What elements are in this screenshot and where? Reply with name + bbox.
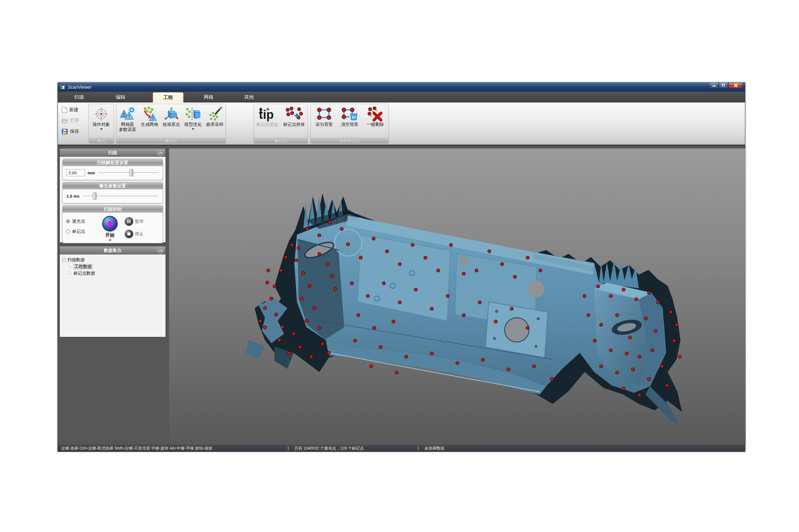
minimize-button[interactable] (709, 83, 719, 89)
delete-all-button[interactable]: 一键删除 (362, 105, 388, 137)
group-label-background: 背景标记点 (311, 137, 388, 144)
maximize-button[interactable] (719, 83, 728, 89)
marker-stitch-icon (285, 107, 303, 121)
start-dropdown-arrow-icon[interactable] (109, 240, 111, 241)
close-icon (734, 84, 737, 87)
tab-project[interactable]: 工程 (153, 92, 183, 102)
scan-control-title: 扫描控制 (62, 206, 163, 213)
set-background-icon (316, 107, 332, 121)
status-separator: | (288, 446, 289, 450)
open-folder-icon (62, 118, 68, 124)
tree-elbow-icon (68, 270, 72, 274)
close-button[interactable] (728, 83, 742, 89)
slider-thumb[interactable] (129, 169, 133, 176)
clear-background-icon (341, 107, 358, 121)
delete-all-icon (367, 107, 383, 121)
calibrate-origin-button[interactable]: 校准原点 (160, 105, 182, 137)
tree-item-marker-data[interactable]: 标记点数据 (62, 270, 164, 277)
pause-button[interactable]: 暂停 (125, 217, 160, 226)
new-button[interactable]: 新建 (60, 104, 88, 115)
start-scan-button[interactable] (102, 216, 117, 231)
data-panel-title: 数据集合 (104, 248, 122, 253)
marker-point-radio[interactable]: 标记点 (66, 229, 95, 234)
operation-object-button[interactable]: 操作对象 (93, 105, 110, 137)
marker-optimize-button[interactable]: tip 标记点优化 (254, 105, 280, 137)
curvature-sample-button[interactable]: 曲率采样 (204, 105, 225, 137)
generate-mesh-button[interactable]: 生成网格 (139, 105, 160, 137)
tree-item-scan-data[interactable]: 扫描数据 (62, 256, 164, 263)
exposure-title: 曝光参数设置 (62, 182, 163, 189)
model-optimize-button[interactable]: 模型优化 (182, 105, 204, 137)
tree-collapse-icon[interactable] (62, 258, 66, 262)
title-bar[interactable]: ScanViewer (58, 83, 745, 92)
stop-icon (125, 230, 133, 238)
dropdown-arrow-icon (100, 128, 103, 130)
mesh-params-icon (120, 107, 135, 121)
tip-icon: tip (258, 107, 276, 121)
radio-off-icon (66, 229, 70, 234)
point-counts: 共有 1340032 个激光点，128 个标记点 (294, 446, 364, 451)
stop-label: 停止 (135, 231, 144, 237)
collapse-chevron-icon[interactable] (157, 150, 163, 155)
clear-background-button[interactable]: 清空背景 (337, 105, 362, 137)
ribbon-group-mode: 操作对象 模式 (89, 104, 114, 144)
set-background-button[interactable]: 设为背景 (311, 105, 337, 137)
tree-elbow-icon (68, 263, 72, 267)
model-optimize-icon (185, 107, 201, 121)
save-label: 保存 (70, 129, 79, 134)
tab-mesh[interactable]: 网格 (197, 92, 220, 102)
marker-point-radio-label: 标记点 (72, 229, 85, 234)
exposure-value: 1.0 ms (67, 194, 79, 198)
marker-stitch-button[interactable]: 标记点拼接 (280, 105, 307, 137)
calibrate-origin-label: 校准原点 (163, 122, 180, 127)
slider-track (98, 172, 158, 173)
mesh-params-label-1: 网格面 (121, 122, 134, 127)
tab-edit[interactable]: 编辑 (109, 92, 132, 102)
window-title: ScanViewer (68, 84, 91, 90)
exposure-groupbox: 曝光参数设置 1.0 ms (62, 182, 163, 204)
clear-background-label: 清空背景 (341, 122, 358, 127)
app-icon (60, 85, 65, 90)
pause-icon (125, 217, 133, 226)
data-tree: 扫描数据 工程数据 标记点数据 (60, 254, 166, 278)
resolution-slider[interactable] (97, 169, 159, 176)
scan-panel: 扫描 扫描解析度设置 mm 曝光参数设置 1.0 ms (59, 148, 166, 243)
save-floppy-icon (62, 129, 68, 135)
operation-object-label: 操作对象 (93, 122, 110, 127)
tab-other[interactable]: 其他 (237, 92, 260, 102)
data-panel-header[interactable]: 数据集合 (60, 246, 166, 254)
ribbon: 新建 打开 保存 (58, 102, 745, 146)
generate-mesh-icon (142, 107, 157, 121)
start-label: 开始 (106, 232, 114, 238)
tree-child-label-1: 工程数据 (73, 264, 93, 269)
stop-button[interactable]: 停止 (125, 230, 160, 238)
dropdown-arrow-icon (192, 128, 194, 130)
scan-panel-header[interactable]: 扫描 (60, 149, 166, 157)
exposure-slider[interactable] (82, 192, 159, 200)
laser-point-radio[interactable]: 激光点 (66, 218, 95, 224)
new-file-icon (62, 107, 67, 113)
mesh-params-button[interactable]: 网格面 参数设置 (116, 105, 139, 137)
laser-point-radio-label: 激光点 (72, 218, 85, 224)
mouse-hints: 左键-选择 Ctrl+左键-取消选择 Shift+左键-只选当前 中键-旋转 A… (61, 446, 212, 451)
scan-control-groupbox: 扫描控制 激光点 标记点 开始 (62, 205, 163, 243)
group-label-mode: 模式 (89, 137, 114, 144)
open-button[interactable]: 打开 (60, 115, 88, 126)
selection-status: 未选择数据 (424, 446, 444, 451)
save-button[interactable]: 保存 (60, 126, 88, 137)
content-area: 扫描 扫描解析度设置 mm 曝光参数设置 1.0 ms (58, 146, 745, 445)
resolution-input[interactable] (67, 169, 85, 176)
tab-scan[interactable]: 扫描 (68, 92, 90, 102)
mesh-params-label-2: 参数设置 (119, 127, 136, 132)
slider-thumb[interactable] (93, 193, 96, 200)
tree-item-project-data[interactable]: 工程数据 (62, 263, 164, 270)
status-separator: | (418, 446, 419, 450)
set-background-label: 设为背景 (315, 122, 333, 127)
tree-child-label-2: 标记点数据 (73, 270, 95, 276)
group-label-laser: 激光点 (116, 137, 225, 144)
collapse-chevron-icon[interactable] (157, 247, 163, 253)
app-window: ScanViewer 扫描 编辑 工程 网格 其他 新建 打开 保存 (57, 82, 745, 452)
new-label: 新建 (69, 107, 78, 113)
menu-bar: 扫描 编辑 工程 网格 其他 (58, 92, 745, 102)
viewport-3d[interactable] (169, 149, 746, 445)
